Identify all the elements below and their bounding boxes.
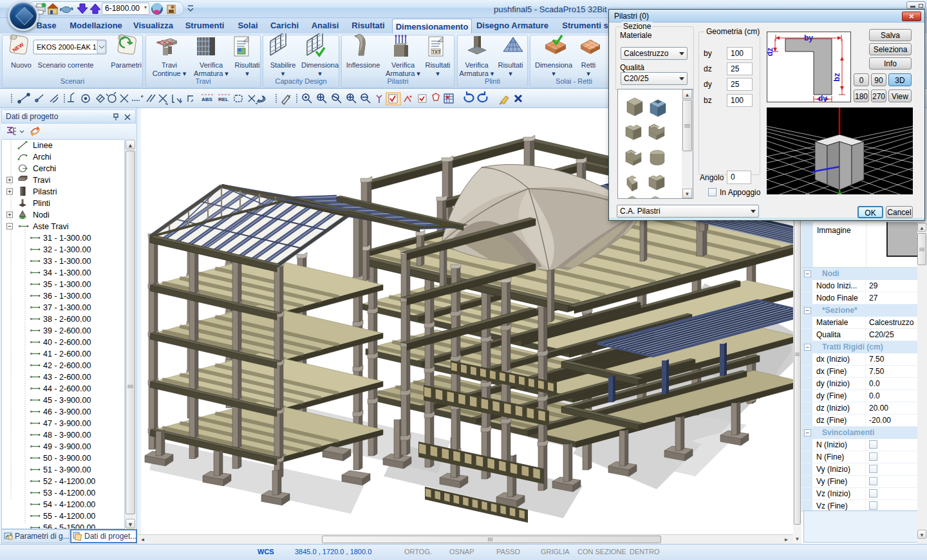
svg-text:55 - 4-1200.00: 55 - 4-1200.00 [43, 512, 95, 521]
svg-text:33 - 1-300.00: 33 - 1-300.00 [43, 257, 91, 266]
svg-text:34 - 1-300.00: 34 - 1-300.00 [43, 268, 91, 277]
svg-text:Cerchi: Cerchi [33, 164, 56, 173]
svg-text:44 - 2-600.00: 44 - 2-600.00 [43, 384, 91, 393]
svg-text:Nodi: Nodi [33, 210, 50, 219]
svg-text:48 - 3-900.00: 48 - 3-900.00 [43, 431, 91, 440]
svg-text:42 - 2-600.00: 42 - 2-600.00 [43, 361, 91, 370]
svg-text:dz: dz [767, 48, 774, 56]
svg-text:38 - 2-600.00: 38 - 2-600.00 [43, 315, 91, 324]
svg-text:bz: bz [832, 73, 841, 81]
svg-text:32 - 1-300.00: 32 - 1-300.00 [43, 245, 91, 254]
svg-text:40 - 2-600.00: 40 - 2-600.00 [43, 338, 91, 347]
svg-text:REL: REL [218, 97, 229, 102]
svg-text:Pilastri: Pilastri [33, 187, 57, 196]
svg-text:Aste Travi: Aste Travi [33, 222, 69, 231]
svg-text:37 - 1-300.00: 37 - 1-300.00 [43, 303, 91, 312]
svg-text:Travi: Travi [33, 176, 50, 185]
svg-text:39 - 2-600.00: 39 - 2-600.00 [43, 326, 91, 335]
svg-text:56 - 5-1500.00: 56 - 5-1500.00 [43, 523, 95, 530]
svg-text:35 - 1-300.00: 35 - 1-300.00 [43, 280, 91, 289]
svg-text:ABS: ABS [201, 97, 213, 102]
svg-text:EKOS 2000-EAK 1 (0: EKOS 2000-EAK 1 (0 [37, 43, 105, 51]
svg-text:53 - 4-1200.00: 53 - 4-1200.00 [43, 489, 95, 498]
svg-text:Linee: Linee [33, 141, 53, 150]
svg-text:45 - 3-900.00: 45 - 3-900.00 [43, 396, 91, 405]
svg-text:52 - 4-1200.00: 52 - 4-1200.00 [43, 477, 95, 486]
svg-text:31 - 1-300.00: 31 - 1-300.00 [43, 234, 91, 243]
svg-text:dy: dy [818, 94, 827, 102]
svg-text:by: by [804, 33, 813, 42]
svg-text:51 - 3-900.00: 51 - 3-900.00 [43, 465, 91, 474]
svg-text:46 - 3-900.00: 46 - 3-900.00 [43, 407, 91, 416]
svg-text:36 - 1-300.00: 36 - 1-300.00 [43, 292, 91, 301]
svg-text:43 - 2-600.00: 43 - 2-600.00 [43, 373, 91, 382]
svg-text:54 - 4-1200.00: 54 - 4-1200.00 [43, 500, 95, 509]
svg-text:50 - 3-900.00: 50 - 3-900.00 [43, 454, 91, 463]
svg-text:47 - 3-900.00: 47 - 3-900.00 [43, 419, 91, 428]
svg-text:49 - 3-900.00: 49 - 3-900.00 [43, 442, 91, 451]
svg-text:41 - 2-600.00: 41 - 2-600.00 [43, 350, 91, 359]
svg-text:Plinti: Plinti [33, 199, 50, 208]
svg-text:TXT: TXT [432, 50, 441, 54]
svg-text:Archi: Archi [33, 153, 51, 162]
